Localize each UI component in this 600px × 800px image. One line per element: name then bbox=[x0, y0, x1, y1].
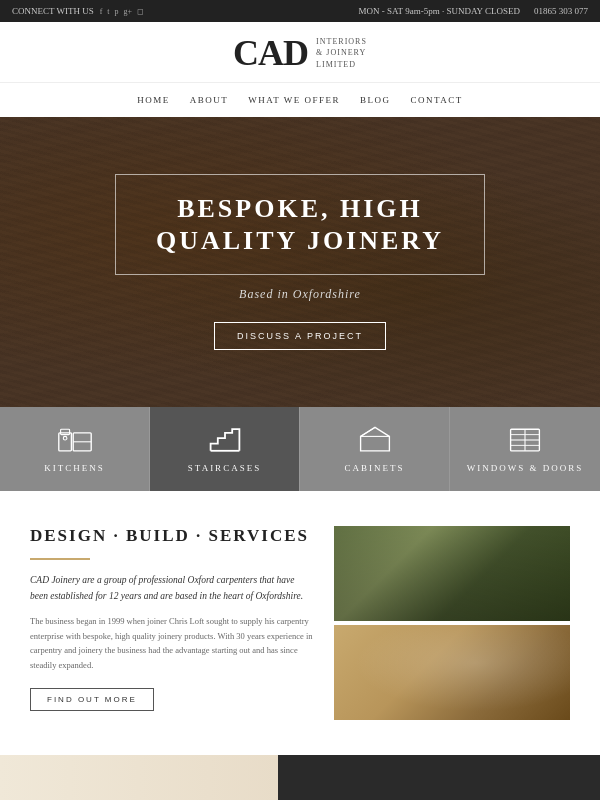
kitchens-icon bbox=[57, 425, 93, 455]
staircases-icon bbox=[207, 425, 243, 455]
services-row: KITCHENS STAIRCASES CABINETS WINDOWS & D… bbox=[0, 407, 600, 491]
design-underline bbox=[30, 558, 90, 560]
top-bar-left: CONNECT WITH US f t p g+ ◻ bbox=[12, 6, 144, 16]
connect-label: CONNECT WITH US bbox=[12, 6, 94, 16]
svg-point-3 bbox=[63, 436, 67, 440]
hero-subtitle: Based in Oxfordshire bbox=[115, 287, 485, 302]
nav-contact[interactable]: CONTACT bbox=[410, 91, 462, 109]
service-cabinets[interactable]: CABINETS bbox=[300, 407, 450, 491]
svg-marker-6 bbox=[360, 427, 389, 450]
service-staircases[interactable]: STAIRCASES bbox=[150, 407, 300, 491]
design-heading: DESIGN · BUILD · SERVICES bbox=[30, 526, 314, 546]
cabinets-icon bbox=[357, 425, 393, 455]
svg-rect-2 bbox=[60, 429, 69, 434]
spiral-stairs-image bbox=[334, 625, 570, 720]
hero-title: BESPOKE, HIGH QUALITY JOINERY bbox=[156, 193, 444, 255]
design-text-area: DESIGN · BUILD · SERVICES CAD Joinery ar… bbox=[30, 526, 314, 720]
logo-area: CAD Interiors & Joinery Limited bbox=[233, 32, 367, 74]
windows-doors-label: WINDOWS & DOORS bbox=[467, 463, 584, 473]
logo-subtitle: Interiors & Joinery Limited bbox=[316, 36, 367, 70]
main-nav: HOME ABOUT WHAT WE OFFER BLOG CONTACT bbox=[0, 82, 600, 117]
twitter-icon[interactable]: t bbox=[107, 7, 109, 16]
design-para2: The business began in 1999 when joiner C… bbox=[30, 614, 314, 672]
cabinets-label: CABINETS bbox=[344, 463, 404, 473]
nav-what-we-offer[interactable]: WHAT WE OFFER bbox=[248, 91, 340, 109]
instagram-icon[interactable]: ◻ bbox=[137, 7, 144, 16]
social-icons: f t p g+ ◻ bbox=[100, 7, 144, 16]
hero-section: BESPOKE, HIGH QUALITY JOINERY Based in O… bbox=[0, 117, 600, 407]
top-bar: CONNECT WITH US f t p g+ ◻ MON - SAT 9am… bbox=[0, 0, 600, 22]
site-header: CAD Interiors & Joinery Limited HOME ABO… bbox=[0, 22, 600, 117]
bottom-staircase-image bbox=[0, 755, 278, 800]
phone-number[interactable]: 01865 303 077 bbox=[534, 6, 588, 16]
bottom-split-section: BESPOKE, HIGH QUALITY JOINERY Using CAD … bbox=[0, 755, 600, 800]
kitchens-label: KITCHENS bbox=[44, 463, 105, 473]
nav-about[interactable]: ABOUT bbox=[190, 91, 229, 109]
hero-title-box: BESPOKE, HIGH QUALITY JOINERY bbox=[115, 174, 485, 274]
design-section: DESIGN · BUILD · SERVICES CAD Joinery ar… bbox=[0, 491, 600, 755]
bottom-right-panel: BESPOKE, HIGH QUALITY JOINERY Using CAD … bbox=[278, 755, 600, 800]
hours-text: MON - SAT 9am-5pm · SUNDAY CLOSED bbox=[359, 6, 520, 16]
pinterest-icon[interactable]: p bbox=[115, 7, 119, 16]
find-out-more-button[interactable]: FIND OUT MORE bbox=[30, 688, 154, 711]
staircases-label: STAIRCASES bbox=[188, 463, 261, 473]
svg-rect-0 bbox=[58, 433, 71, 451]
windows-doors-icon bbox=[507, 425, 543, 455]
design-para1: CAD Joinery are a group of professional … bbox=[30, 572, 314, 604]
hero-content: BESPOKE, HIGH QUALITY JOINERY Based in O… bbox=[115, 174, 485, 349]
discuss-project-button[interactable]: DISCUSS A PROJECT bbox=[214, 322, 386, 350]
gplus-icon[interactable]: g+ bbox=[124, 7, 133, 16]
stair-visual bbox=[0, 755, 278, 800]
service-kitchens[interactable]: KITCHENS bbox=[0, 407, 150, 491]
nav-home[interactable]: HOME bbox=[137, 91, 170, 109]
service-windows-doors[interactable]: WINDOWS & DOORS bbox=[450, 407, 600, 491]
house-image bbox=[334, 526, 570, 621]
design-images bbox=[334, 526, 570, 720]
logo-cad[interactable]: CAD bbox=[233, 32, 308, 74]
facebook-icon[interactable]: f bbox=[100, 7, 103, 16]
svg-line-8 bbox=[360, 427, 374, 436]
nav-blog[interactable]: BLOG bbox=[360, 91, 391, 109]
top-bar-right: MON - SAT 9am-5pm · SUNDAY CLOSED 01865 … bbox=[359, 6, 588, 16]
